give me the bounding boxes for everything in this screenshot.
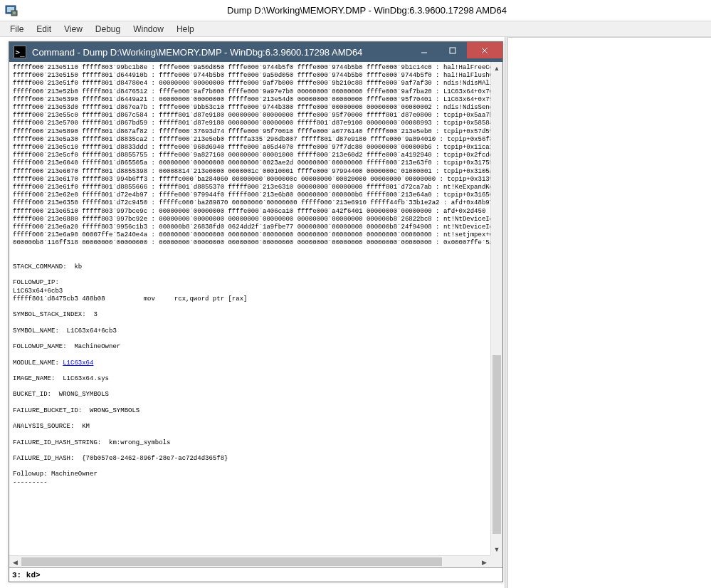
command-body: fffff000`213e5110 fffff803`99bc1b8e : ff… (9, 62, 502, 567)
window-buttons (410, 42, 502, 62)
svg-point-3 (13, 11, 16, 14)
scrollbar-corner (490, 555, 502, 567)
module-name-link[interactable]: L1C63x64 (63, 359, 93, 367)
menu-file[interactable]: File (4, 23, 29, 36)
vscroll-thumb[interactable] (493, 355, 501, 533)
menu-window[interactable]: Window (127, 23, 169, 36)
horizontal-scrollbar[interactable]: ◀ ▶ (9, 555, 490, 567)
menu-debug[interactable]: Debug (90, 23, 126, 36)
maximize-button[interactable] (438, 42, 467, 58)
command-prompt-icon: >_ (14, 46, 26, 58)
close-button[interactable] (467, 42, 502, 58)
chevron-up-icon: ▲ (494, 65, 500, 72)
vertical-scrollbar[interactable]: ▲ ▼ (490, 62, 502, 555)
scroll-up-button[interactable]: ▲ (491, 62, 502, 74)
menubar: File Edit View Debug Window Help (0, 21, 711, 37)
hscroll-track[interactable] (21, 556, 478, 567)
chevron-right-icon: ▶ (482, 559, 487, 566)
scroll-down-button[interactable]: ▼ (491, 543, 502, 555)
svg-rect-5 (450, 48, 455, 53)
workspace: >_ Command - Dump D:\Working\MEMORY.DMP … (0, 37, 711, 588)
chevron-left-icon: ◀ (13, 559, 18, 566)
command-input[interactable] (41, 569, 500, 581)
hscroll-thumb[interactable] (21, 557, 442, 566)
main-title: Dump D:\Working\MEMORY.DMP - WinDbg:6.3.… (23, 5, 711, 16)
minimize-button[interactable] (410, 42, 438, 58)
scroll-left-button[interactable]: ◀ (9, 556, 21, 567)
menu-help[interactable]: Help (171, 23, 200, 36)
command-output[interactable]: fffff000`213e5110 fffff803`99bc1b8e : ff… (9, 62, 490, 555)
vscroll-track[interactable] (491, 74, 502, 543)
command-input-bar: 3: kd> (9, 567, 502, 582)
command-titlebar[interactable]: >_ Command - Dump D:\Working\MEMORY.DMP … (9, 42, 502, 62)
right-pane (508, 37, 711, 588)
app-icon (4, 4, 19, 18)
scroll-right-button[interactable]: ▶ (478, 556, 490, 567)
command-window: >_ Command - Dump D:\Working\MEMORY.DMP … (9, 41, 503, 582)
command-title: Command - Dump D:\Working\MEMORY.DMP - W… (31, 47, 410, 58)
menu-edit[interactable]: Edit (31, 23, 57, 36)
command-prompt: 3: kd> (12, 571, 41, 579)
main-titlebar: Dump D:\Working\MEMORY.DMP - WinDbg:6.3.… (0, 0, 711, 21)
chevron-down-icon: ▼ (494, 546, 500, 553)
menu-view[interactable]: View (58, 23, 88, 36)
